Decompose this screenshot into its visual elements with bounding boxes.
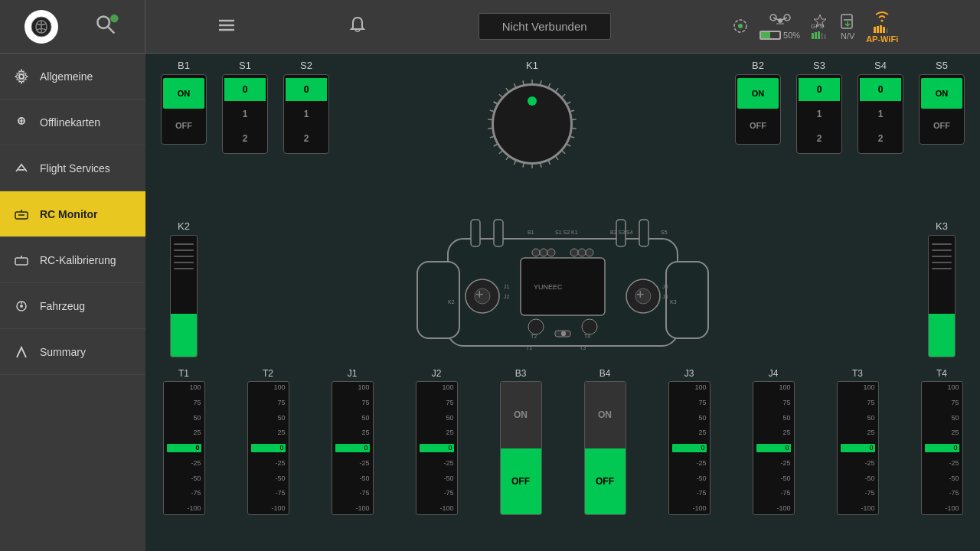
bell-icon[interactable]: [347, 15, 368, 39]
j3-label: J3: [684, 368, 694, 379]
drone-icon: 50%: [760, 13, 800, 40]
svg-point-16: [778, 18, 782, 23]
svg-line-3: [107, 26, 114, 33]
b4-label: B4: [599, 368, 611, 379]
svg-text:T4: T4: [584, 334, 590, 339]
j1-bar: 100 75 50 25 0 -25 -50 -75 -100: [332, 381, 374, 515]
t4-bar: 100 75 50 25 0 -25 -50 -75 -100: [921, 381, 963, 515]
svg-rect-29: [883, 27, 885, 33]
svg-text:+: +: [475, 287, 484, 302]
b2-toggle[interactable]: ON OFF: [735, 74, 781, 145]
k1-knob-circle[interactable]: [492, 83, 573, 165]
top-row: B1 ON OFF S1 0 1 2 S2 0 1: [150, 60, 975, 209]
svg-text:+: +: [636, 287, 645, 302]
svg-rect-28: [880, 25, 882, 33]
j1-col: J1 100 75 50 25 0 -25 -50 -75 -100: [322, 368, 383, 515]
s5-on: ON: [921, 78, 962, 109]
k3-label: K3: [936, 220, 948, 232]
svg-point-31: [19, 74, 24, 79]
b3-btn[interactable]: ON OFF: [500, 381, 542, 515]
topbar-right: 50% GPS: [720, 10, 910, 44]
svg-point-91: [547, 249, 555, 256]
svg-point-94: [586, 249, 593, 256]
t2-label: T2: [263, 368, 273, 379]
svg-point-93: [578, 249, 586, 256]
controller-svg: YUNEEC + +: [402, 216, 724, 361]
svg-rect-24: [841, 15, 852, 28]
svg-text:S1 S2 K1: S1 S2 K1: [555, 230, 578, 235]
bottom-row: T1 100 75 50 25 0 -25 -50 -75 -100 T2 10…: [150, 368, 975, 533]
b3-col: B3 ON OFF: [490, 368, 551, 515]
sidebar-item-offlinekarten[interactable]: Offlinekarten: [0, 99, 145, 145]
svg-point-11: [738, 24, 743, 28]
s5-toggle[interactable]: ON OFF: [919, 74, 965, 145]
t1-col: T1 100 75 50 25 0 -25 -50 -75 -100: [153, 368, 214, 515]
sidebar-label-flight-services: Flight Services: [40, 162, 110, 174]
location-icon[interactable]: [93, 11, 120, 42]
s1-switch[interactable]: 0 1 2: [222, 74, 268, 154]
s2-switch[interactable]: 0 1 2: [283, 74, 329, 154]
t4-col: T4 100 75 50 25 0 -25 -50 -75 -100: [911, 368, 972, 515]
svg-rect-30: [886, 28, 888, 33]
j2-bar: 100 75 50 25 0 -25 -50 -75 -100: [416, 381, 458, 515]
t2-col: T2 100 75 50 25 0 -25 -50 -75 -100: [237, 368, 299, 515]
s2-switch-col: S2 0 1 2: [276, 60, 337, 154]
svg-text:J1: J1: [504, 284, 510, 289]
t3-bar: 100 75 50 25 0 -25 -50 -75 -100: [837, 381, 879, 515]
svg-text:T3: T3: [580, 345, 586, 350]
s3-switch[interactable]: 0 1 2: [796, 74, 842, 154]
j4-bar: 100 75 50 25 0 -25 -50 -75 -100: [753, 381, 795, 515]
s2-pos1: 1: [286, 103, 327, 126]
svg-text:GPS: GPS: [811, 23, 824, 30]
svg-rect-20: [815, 32, 817, 39]
s4-label: S4: [874, 60, 887, 71]
k2-slider[interactable]: [170, 235, 198, 357]
b4-off: OFF: [585, 448, 626, 515]
b1-toggle[interactable]: ON OFF: [161, 74, 207, 145]
connection-status: Nicht Verbunden: [479, 13, 611, 40]
t3-col: T3 100 75 50 25 0 -25 -50 -75 -100: [827, 368, 888, 515]
battery-bar: [760, 31, 781, 40]
map-icon: [12, 113, 31, 132]
k1-knob-col: K1: [337, 60, 727, 174]
sidebar-item-fahrzeug[interactable]: Fahrzeug: [0, 283, 145, 329]
s4-switch[interactable]: 0 1 2: [858, 74, 903, 154]
hamburger-icon[interactable]: [216, 15, 237, 39]
sidebar-item-rc-monitor[interactable]: RC Monitor: [0, 191, 145, 237]
s2-pos2: 2: [286, 127, 327, 150]
sidebar-item-allgemeine[interactable]: Allgemeine: [0, 54, 145, 99]
t2-bar: 100 75 50 25 0 -25 -50 -75 -100: [247, 381, 289, 515]
s4-switch-col: S4 0 1 2: [850, 60, 911, 154]
sidebar-item-summary[interactable]: Summary: [0, 329, 145, 375]
j3-bar: 100 75 50 25 0 -25 -50 -75 -100: [668, 381, 710, 515]
j4-col: J4 100 75 50 25 0 -25 -50 -75 -100: [743, 368, 804, 515]
svg-text:J4: J4: [662, 294, 668, 299]
b1-label: B1: [178, 60, 190, 71]
svg-rect-98: [561, 331, 566, 336]
s1-pos2: 2: [224, 127, 266, 150]
rc-icon: [12, 205, 31, 223]
sidebar-label-rc-kalibrierung: RC-Kalibrierung: [40, 254, 116, 266]
k2-col: K2: [153, 220, 214, 357]
sidebar-item-rc-kalibrierung[interactable]: RC-Kalibrierung: [0, 237, 145, 283]
s3-pos1: 1: [799, 103, 840, 126]
k3-slider[interactable]: [928, 235, 956, 357]
t3-label: T3: [852, 368, 863, 379]
logo-icon[interactable]: [24, 10, 58, 44]
svg-point-89: [532, 249, 540, 256]
b4-btn[interactable]: ON OFF: [584, 381, 626, 515]
flight-icon: [12, 159, 31, 178]
svg-point-90: [540, 249, 547, 256]
svg-rect-27: [877, 26, 879, 33]
summary-icon: [12, 343, 31, 361]
topbar-left: [0, 0, 145, 53]
sidebar-item-flight-services[interactable]: Flight Services: [0, 145, 145, 191]
b2-switch-col: B2 ON OFF: [727, 60, 789, 145]
sidebar: Allgemeine Offlinekarten Flight Services…: [0, 54, 145, 551]
j1-label: J1: [348, 368, 358, 379]
topbar: Nicht Verbunden: [0, 0, 980, 54]
s4-pos0: 0: [860, 78, 901, 101]
rc-layout: B1 ON OFF S1 0 1 2 S2 0 1: [145, 54, 980, 551]
k1-knob-wrap: [482, 74, 582, 174]
svg-rect-21: [818, 31, 820, 39]
